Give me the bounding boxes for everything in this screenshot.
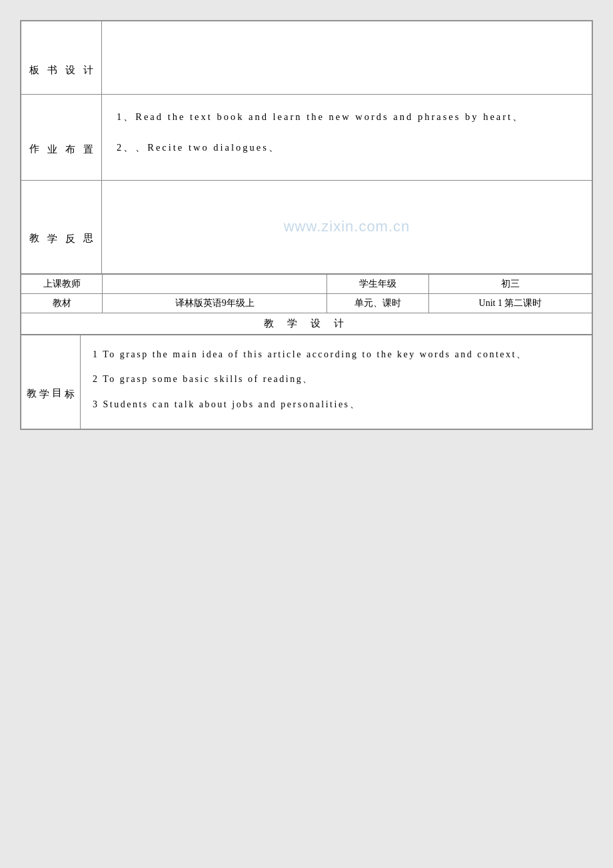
textbook-value: 译林版英语9年级上	[103, 293, 327, 313]
unit-label: 单元、课时	[327, 293, 429, 313]
jxmb-label: 教 学 目 标	[21, 335, 81, 429]
jxsj-header-row: 教 学 设 计	[21, 313, 592, 334]
jiaoxue-fansi-row: 教 学 反 思 www.zixin.com.cn	[21, 180, 592, 273]
watermark-text: www.zixin.com.cn	[284, 218, 410, 235]
jxmb-row: 教 学 目 标 1 To grasp the main idea of this…	[21, 335, 592, 429]
jxmb-line1: 1 To grasp the main idea of this article…	[93, 345, 580, 364]
jxmb-content: 1 To grasp the main idea of this article…	[81, 335, 592, 429]
zuoye-line1: 1、Read the text book and learn the new w…	[117, 107, 577, 128]
zuoye-label: 作 业 布 置	[21, 95, 102, 181]
grade-value: 初三	[429, 274, 592, 293]
zuoye-line2: 2、、Recite two dialogues、	[117, 137, 577, 159]
teacher-label: 上课教师	[21, 274, 103, 293]
page: 板 书 设 计 作 业 布 置 1、Read the text book and…	[20, 20, 593, 430]
banshu-content	[102, 21, 592, 95]
jxsj-header-text: 教 学 设 计	[21, 313, 592, 334]
zuoye-content: 1、Read the text book and learn the new w…	[102, 95, 592, 181]
banshu-label: 板 书 设 计	[21, 21, 102, 95]
jxmb-line3: 3 Students can talk about jobs and perso…	[93, 395, 580, 414]
info-row-2: 教材 译林版英语9年级上 单元、课时 Unit 1 第二课时	[21, 293, 592, 313]
info-table: 上课教师 学生年级 初三 教材 译林版英语9年级上 单元、课时 Unit 1 第…	[21, 274, 592, 335]
textbook-label: 教材	[21, 293, 103, 313]
info-row-1: 上课教师 学生年级 初三	[21, 274, 592, 293]
zuoye-row: 作 业 布 置 1、Read the text book and learn t…	[21, 95, 592, 181]
teacher-value	[103, 274, 327, 293]
jxmb-table: 教 学 目 标 1 To grasp the main idea of this…	[21, 335, 592, 429]
jxmb-line2: 2 To grasp some basic skills of reading、	[93, 369, 580, 389]
jiaoxue-fansi-content: www.zixin.com.cn	[102, 180, 592, 273]
grade-label: 学生年级	[327, 274, 429, 293]
banshu-row: 板 书 设 计	[21, 21, 592, 95]
main-table: 板 书 设 计 作 业 布 置 1、Read the text book and…	[21, 21, 592, 274]
unit-value: Unit 1 第二课时	[429, 293, 592, 313]
jiaoxue-fansi-label: 教 学 反 思	[21, 180, 102, 273]
